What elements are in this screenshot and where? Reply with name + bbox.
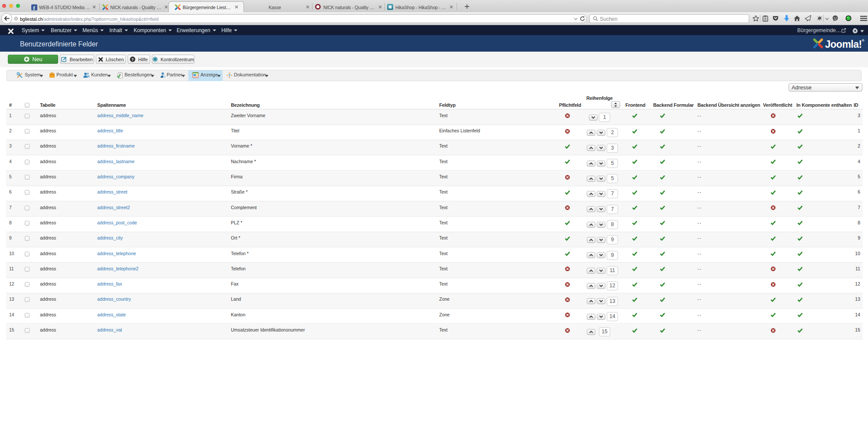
svg-text:?: ? xyxy=(132,57,134,62)
svg-text:?: ? xyxy=(228,73,231,78)
